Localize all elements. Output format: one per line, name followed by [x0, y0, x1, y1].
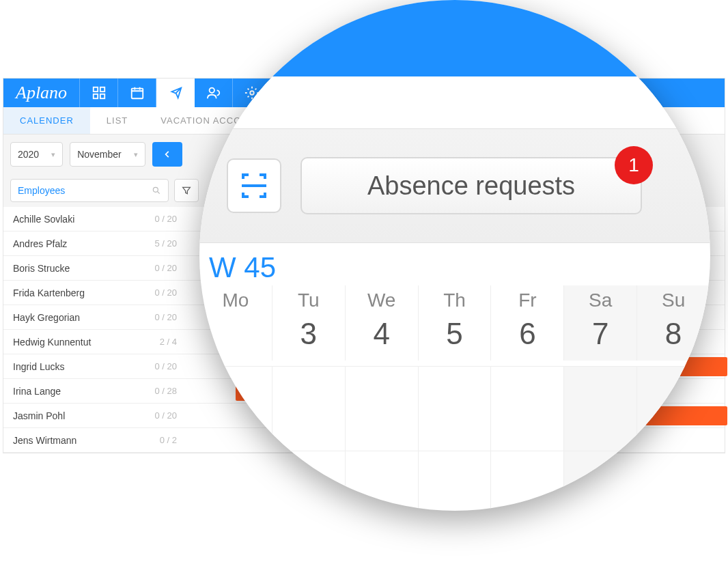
magnifier-view: Absence requests 1 W 45 Mo Tu3 We4 Th5 F… [199, 0, 710, 511]
absence-requests-label: Absence requests [367, 171, 575, 201]
month-select[interactable]: November ▾ [70, 142, 145, 167]
svg-rect-1 [100, 87, 104, 91]
svg-point-5 [209, 88, 214, 93]
day-header: Tu3 [272, 285, 346, 361]
tab-calender[interactable]: CALENDER [3, 107, 90, 134]
svg-point-7 [153, 187, 158, 192]
svg-rect-2 [93, 94, 97, 98]
chevron-down-icon: ▾ [134, 150, 138, 159]
year-value: 2020 [18, 149, 39, 160]
day-header: Sa7 [564, 285, 637, 361]
month-value: November [77, 149, 122, 160]
notification-badge: 1 [615, 146, 653, 184]
filter-button[interactable] [174, 179, 199, 202]
absence-requests-button[interactable]: Absence requests 1 [300, 157, 642, 214]
brand-logo: Aplano [3, 79, 80, 107]
scan-button[interactable] [227, 158, 281, 213]
magnifier-toolbar: Absence requests 1 [199, 128, 710, 243]
day-header-row: Mo Tu3 We4 Th5 Fr6 Sa7 Su8 [199, 285, 710, 361]
svg-rect-4 [131, 89, 143, 99]
grid-cell[interactable] [564, 366, 637, 511]
magnifier-tabstrip [199, 76, 710, 128]
search-input[interactable] [18, 185, 152, 196]
search-icon [152, 186, 161, 195]
filter-icon [181, 185, 192, 196]
calendar-icon[interactable] [118, 79, 156, 107]
tab-list[interactable]: LIST [90, 107, 144, 134]
svg-rect-3 [100, 94, 104, 98]
day-header: Th5 [419, 285, 492, 361]
day-header: Fr6 [491, 285, 564, 361]
scan-icon [238, 169, 270, 202]
year-select[interactable]: 2020 ▾ [10, 142, 63, 167]
svg-point-6 [250, 91, 254, 95]
day-header: We4 [346, 285, 419, 361]
week-label: W 45 [209, 251, 276, 284]
grid-cell[interactable] [272, 366, 346, 511]
chevron-down-icon: ▾ [51, 150, 55, 159]
grid-cell[interactable] [419, 366, 492, 511]
svg-rect-0 [93, 87, 97, 91]
users-icon[interactable] [195, 79, 233, 107]
grid-cell[interactable] [346, 366, 419, 511]
plane-icon[interactable] [156, 79, 195, 107]
grid-cell[interactable] [491, 366, 564, 511]
dashboard-icon[interactable] [80, 79, 118, 107]
prev-button[interactable] [152, 142, 182, 167]
employee-search[interactable] [10, 179, 169, 202]
magnifier-topbar [199, 0, 710, 76]
